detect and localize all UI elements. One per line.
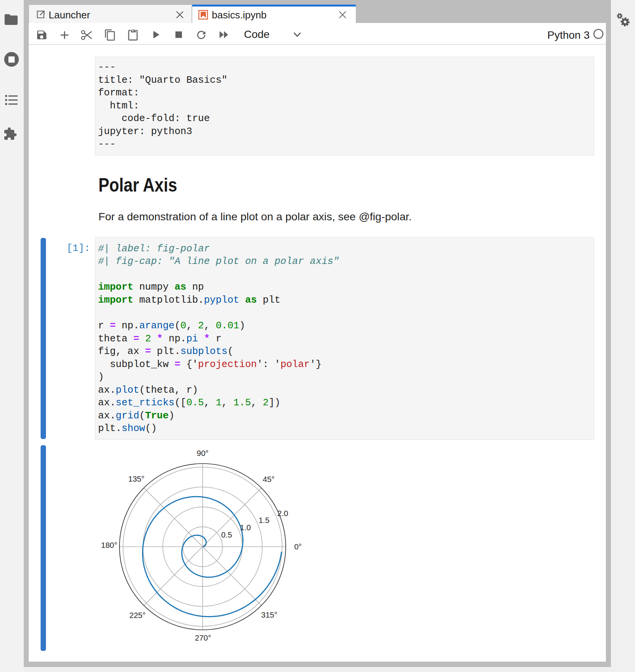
svg-text:90°: 90° (196, 449, 208, 457)
svg-text:0.5: 0.5 (221, 530, 232, 539)
svg-text:1.0: 1.0 (240, 523, 251, 532)
svg-text:45°: 45° (263, 475, 275, 484)
svg-text:270°: 270° (195, 633, 211, 642)
svg-text:0°: 0° (294, 542, 302, 551)
svg-text:135°: 135° (128, 474, 144, 483)
svg-text:2.0: 2.0 (277, 509, 288, 518)
svg-text:180°: 180° (101, 541, 117, 549)
svg-text:315°: 315° (261, 610, 277, 619)
svg-text:225°: 225° (129, 611, 146, 620)
svg-text:1.5: 1.5 (259, 516, 270, 524)
